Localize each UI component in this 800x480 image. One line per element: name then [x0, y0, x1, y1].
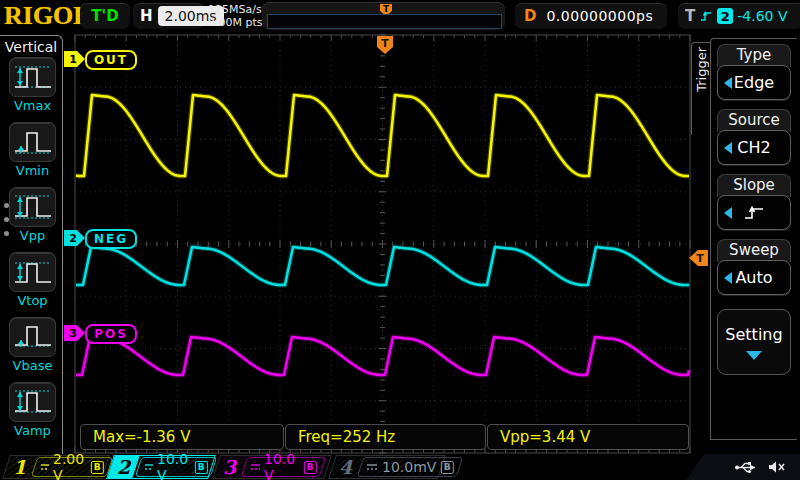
ch3-label: POS — [85, 324, 137, 344]
ch1-zero-marker[interactable]: 1 — [64, 51, 85, 67]
svg-text:T: T — [383, 4, 390, 14]
bandwidth-limit-icon: B — [304, 461, 317, 474]
acquisition-info: 125MSa/s 3.00M pts — [208, 3, 263, 29]
trigger-sweep-value: Auto — [735, 268, 772, 287]
ch1-waveform-glow — [76, 95, 689, 176]
bandwidth-limit-icon: B — [441, 461, 454, 474]
trigger-source-badge: 2 — [717, 8, 733, 24]
bandwidth-limit-icon: B — [91, 461, 104, 474]
vpp-label: Vpp — [9, 228, 56, 243]
trigger-letter: T — [685, 7, 695, 25]
rising-edge-icon — [743, 205, 765, 221]
ch4-number: 4 — [339, 456, 352, 478]
ch3-number: 3 — [223, 456, 236, 478]
trigger-sweep-label: Sweep — [717, 239, 791, 262]
trigger-level-value: -4.60 V — [737, 8, 787, 24]
trigger-level-marker-icon[interactable]: T — [688, 249, 708, 267]
trigger-setting-button[interactable]: Setting — [717, 309, 791, 375]
vbase-label: Vbase — [9, 358, 56, 373]
ch1-label-text: OUT — [94, 53, 128, 67]
trigger-sweep-group: Sweep Auto — [717, 239, 791, 295]
ch2-number: 2 — [117, 456, 130, 478]
ch3-zero-marker[interactable]: 3 — [64, 325, 85, 341]
channel-status-bar: 1 2.00 V B 2 10.0 V B 3 10.0 V B 4 — [0, 454, 800, 480]
trigger-source-group: Source CH2 — [717, 109, 791, 165]
measurement-max: Max=-1.36 V — [80, 424, 284, 450]
trigger-readout: T 2 -4.60 V — [678, 3, 800, 29]
measurement-vpp: Vpp=3.44 V — [487, 424, 689, 450]
left-arrow-icon — [724, 142, 732, 154]
bandwidth-limit-icon: B — [195, 461, 208, 474]
ch2-waveform-glow — [76, 247, 689, 285]
measurement-vpp-text: Vpp=3.44 V — [500, 428, 590, 446]
page-dot — [4, 217, 9, 222]
ch2-scale: 10.0 V — [157, 451, 191, 480]
svg-text:T: T — [381, 37, 389, 50]
ch3-status-block[interactable]: 3 10.0 V B — [212, 455, 332, 479]
vmax-icon — [9, 57, 56, 97]
menu-item-vmax[interactable]: Vmax — [9, 57, 56, 113]
trigger-source-label: Source — [717, 109, 791, 132]
rising-edge-icon — [699, 9, 713, 23]
speaker-muted-icon — [768, 460, 786, 474]
page-dot — [4, 203, 9, 208]
trigger-setting-label: Setting — [725, 325, 782, 344]
svg-text:2: 2 — [69, 232, 77, 245]
delay-readout: D 0.00000000ps — [515, 3, 667, 29]
system-status-icons — [686, 454, 800, 480]
trigger-menu-tab-text: Trigger — [694, 47, 709, 92]
ch2-label-text: NEG — [94, 232, 128, 246]
ch1-waveform — [76, 95, 689, 176]
ch1-scale: 2.00 V — [53, 451, 87, 480]
trigger-type-button[interactable]: Edge — [717, 65, 791, 100]
menu-item-vpp[interactable]: Vpp — [9, 187, 56, 243]
ch4-scale: 10.0mV — [382, 459, 436, 475]
menu-item-vtop[interactable]: Vtop — [9, 252, 56, 308]
trigger-source-button[interactable]: CH2 — [717, 130, 791, 165]
menu-item-vmin[interactable]: Vmin — [9, 122, 56, 178]
vbase-icon — [9, 317, 56, 357]
ch2-status-block[interactable]: 2 10.0 V B — [106, 455, 216, 479]
ch1-number: 1 — [13, 456, 26, 478]
down-arrow-icon — [746, 351, 762, 360]
delay-label: D — [515, 7, 546, 25]
measurement-max-text: Max=-1.36 V — [93, 428, 190, 446]
waveform-overview-strip[interactable]: T — [262, 2, 505, 30]
trigger-slope-button[interactable] — [717, 195, 791, 230]
memory-depth: 3.00M pts — [208, 16, 263, 29]
trigger-source-value: CH2 — [737, 138, 770, 157]
trigger-menu-tab: Trigger — [691, 42, 710, 135]
page-dot — [4, 231, 9, 236]
trigger-type-label: Type — [717, 44, 791, 67]
ch2-zero-marker[interactable]: 2 — [64, 230, 85, 246]
vamp-icon — [9, 382, 56, 422]
sample-rate: 125MSa/s — [208, 3, 263, 16]
vertical-menu-title: Vertical — [0, 36, 62, 55]
ch4-status-block[interactable]: 4 10.0mV B — [328, 455, 446, 479]
vmax-label: Vmax — [9, 98, 56, 113]
trigger-sweep-button[interactable]: Auto — [717, 260, 791, 295]
trigger-type-group: Type Edge — [717, 44, 791, 100]
ch1-status-block[interactable]: 1 2.00 V B — [2, 455, 110, 479]
menu-item-vamp[interactable]: Vamp — [9, 382, 56, 438]
trigger-menu-panel: Type Edge Source CH2 Slope Sweep — [710, 38, 797, 440]
measurement-freq-text: Freq=252 Hz — [298, 428, 395, 446]
svg-text:3: 3 — [69, 327, 77, 340]
ch1-label: OUT — [85, 50, 137, 70]
vmin-icon — [9, 122, 56, 162]
ch2-label: NEG — [85, 229, 137, 249]
trigger-position-marker-icon[interactable]: T — [374, 36, 396, 55]
horizontal-timebase-control[interactable]: H 2.00ms — [133, 3, 204, 29]
svg-text:T: T — [696, 252, 704, 265]
vtop-label: Vtop — [9, 293, 56, 308]
left-arrow-icon — [724, 272, 732, 284]
trigger-slope-label: Slope — [717, 174, 791, 197]
ch2-waveform — [76, 247, 689, 285]
measurement-freq: Freq=252 Hz — [285, 424, 486, 450]
trigger-status-badge: T'D — [80, 3, 130, 29]
svg-text:1: 1 — [69, 53, 77, 66]
ch3-waveform-glow — [76, 337, 689, 375]
vtop-icon — [9, 252, 56, 292]
menu-item-vbase[interactable]: Vbase — [9, 317, 56, 373]
ch3-waveform — [76, 337, 689, 375]
